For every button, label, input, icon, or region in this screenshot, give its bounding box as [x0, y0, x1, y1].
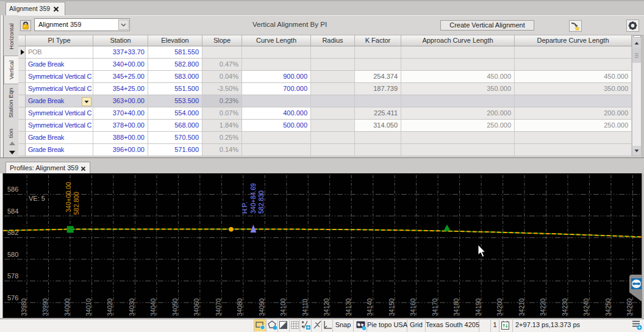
svg-text:584: 584 [7, 208, 18, 215]
svg-text:34110: 34110 [301, 298, 309, 316]
svg-text:34130: 34130 [345, 298, 352, 316]
svg-text:340+00.00: 340+00.00 [65, 182, 72, 212]
svg-text:33980: 33980 [20, 298, 27, 316]
svg-text:34190: 34190 [474, 298, 482, 316]
svg-text:34080: 34080 [236, 298, 243, 316]
svg-text:578: 578 [7, 272, 18, 280]
svg-text:340+84.69: 340+84.69 [249, 183, 257, 214]
svg-text:34050: 34050 [171, 298, 179, 316]
svg-text:34250: 34250 [604, 298, 612, 316]
svg-text:34040: 34040 [149, 298, 157, 316]
svg-text:34200: 34200 [496, 298, 503, 316]
svg-text:34150: 34150 [388, 298, 395, 316]
svg-text:34260: 34260 [626, 298, 633, 316]
svg-text:H.P.: H.P. [241, 202, 248, 214]
svg-text:34230: 34230 [561, 298, 568, 316]
svg-text:34090: 34090 [258, 298, 265, 316]
svg-text:34070: 34070 [215, 298, 222, 316]
svg-text:34140: 34140 [366, 298, 373, 316]
svg-text:586: 586 [7, 186, 18, 193]
svg-text:34010: 34010 [85, 298, 92, 316]
svg-text:34100: 34100 [279, 298, 287, 316]
svg-text:34240: 34240 [582, 298, 590, 316]
svg-text:34030: 34030 [128, 298, 135, 316]
svg-text:34210: 34210 [518, 298, 525, 316]
svg-text:34160: 34160 [409, 298, 417, 316]
svg-text:582.830: 582.830 [257, 190, 265, 214]
svg-text:576: 576 [7, 294, 18, 301]
svg-text:34180: 34180 [453, 298, 460, 316]
svg-text:VE: 5: VE: 5 [29, 195, 45, 202]
svg-text:34000: 34000 [63, 298, 71, 316]
svg-text:582.800: 582.800 [73, 192, 80, 215]
svg-text:34120: 34120 [323, 298, 330, 316]
svg-text:34220: 34220 [539, 298, 546, 316]
svg-text:34060: 34060 [193, 298, 200, 316]
svg-text:34020: 34020 [106, 298, 113, 316]
svg-text:580: 580 [7, 251, 18, 258]
svg-text:33990: 33990 [41, 298, 49, 316]
svg-text:34170: 34170 [431, 298, 438, 316]
